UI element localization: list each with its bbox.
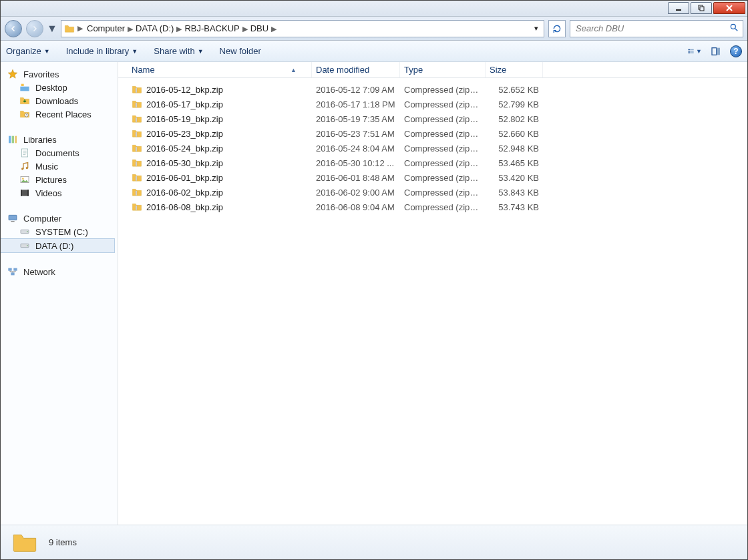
file-size: 53.743 KB [486, 202, 543, 212]
history-dropdown[interactable]: ▼ [47, 23, 57, 35]
drive-icon [19, 240, 31, 251]
share-with-menu[interactable]: Share with▼ [154, 46, 203, 56]
navigation-pane[interactable]: FavoritesDesktopDownloadsRecent PlacesLi… [1, 62, 118, 525]
column-headers: Name▲ Date modified Type Size [118, 62, 747, 78]
file-type: Compressed (zipp... [400, 85, 486, 95]
file-name: 2016-05-23_bkp.zip [146, 129, 223, 139]
desktop-icon [19, 82, 31, 93]
address-bar[interactable]: ▶ Computer▶DATA (D:)▶RBJ-BACKUP▶DBU▶ ▾ [61, 20, 544, 37]
chevron-right-icon[interactable]: ▶ [128, 25, 133, 33]
nav-item[interactable]: Recent Places [1, 107, 118, 121]
file-size: 53.465 KB [486, 158, 543, 168]
nav-item[interactable]: Videos [1, 186, 118, 200]
nav-item-label: Pictures [35, 175, 67, 185]
nav-group-label: Network [23, 267, 55, 277]
column-name[interactable]: Name▲ [128, 62, 312, 77]
column-date[interactable]: Date modified [312, 62, 400, 77]
libraries-icon [7, 134, 19, 145]
sort-ascending-icon: ▲ [291, 67, 307, 73]
nav-group-network[interactable]: Network [1, 265, 118, 278]
minimize-button[interactable] [668, 2, 689, 14]
file-row[interactable]: 2016-05-30_bkp.zip2016-05-30 10:12 ...Co… [128, 156, 747, 170]
refresh-button[interactable] [548, 20, 566, 37]
nav-group-favorites[interactable]: Favorites [1, 67, 118, 81]
nav-item[interactable]: Documents [1, 146, 118, 160]
file-type: Compressed (zipp... [400, 202, 486, 212]
nav-item-label: Recent Places [35, 109, 91, 119]
file-size: 52.660 KB [486, 129, 543, 139]
column-type[interactable]: Type [400, 62, 486, 77]
file-name: 2016-05-24_bkp.zip [146, 144, 223, 154]
breadcrumb-item[interactable]: DATA (D:) [133, 23, 176, 33]
zip-icon [132, 202, 142, 212]
folder-icon [64, 23, 76, 34]
view-options-button[interactable]: ▼ [687, 45, 702, 57]
column-size[interactable]: Size [486, 62, 543, 77]
file-row[interactable]: 2016-06-08_bkp.zip2016-06-08 9:04 AMComp… [128, 200, 747, 214]
nav-group-label: Libraries [23, 135, 57, 145]
close-button[interactable] [713, 2, 745, 14]
nav-bar: ▼ ▶ Computer▶DATA (D:)▶RBJ-BACKUP▶DBU▶ ▾ [1, 17, 747, 41]
address-dropdown[interactable]: ▾ [532, 24, 541, 33]
file-name: 2016-05-19_bkp.zip [146, 114, 223, 124]
file-type: Compressed (zipp... [400, 188, 486, 198]
nav-item[interactable]: Desktop [1, 81, 118, 94]
star-icon [7, 69, 19, 79]
file-size: 53.420 KB [486, 173, 543, 183]
chevron-right-icon[interactable]: ▶ [77, 24, 83, 33]
breadcrumb-item[interactable]: Computer [84, 23, 128, 33]
nav-item[interactable]: Music [1, 160, 118, 173]
chevron-right-icon[interactable]: ▶ [242, 25, 248, 33]
nav-item[interactable]: DATA (D:) [1, 238, 115, 253]
zip-icon [132, 158, 142, 168]
file-size: 52.799 KB [486, 99, 543, 109]
search-icon[interactable] [729, 23, 739, 35]
file-row[interactable]: 2016-05-19_bkp.zip2016-05-19 7:35 AMComp… [128, 111, 747, 126]
nav-item[interactable]: SYSTEM (C:) [1, 225, 118, 238]
new-folder-button[interactable]: New folder [220, 46, 261, 56]
file-name: 2016-05-17_bkp.zip [146, 99, 223, 109]
file-date: 2016-05-23 7:51 AM [312, 129, 400, 139]
file-name: 2016-05-12_bkp.zip [146, 85, 223, 95]
file-date: 2016-06-01 8:48 AM [312, 173, 400, 183]
file-type: Compressed (zipp... [400, 173, 486, 183]
file-type: Compressed (zipp... [400, 144, 486, 154]
back-button[interactable] [5, 20, 22, 37]
organize-menu[interactable]: Organize▼ [6, 46, 50, 56]
window-titlebar [1, 1, 747, 17]
file-row[interactable]: 2016-05-12_bkp.zip2016-05-12 7:09 AMComp… [128, 82, 747, 97]
nav-item-label: Desktop [35, 83, 67, 93]
file-row[interactable]: 2016-05-24_bkp.zip2016-05-24 8:04 AMComp… [128, 141, 747, 156]
nav-item-label: Music [35, 162, 58, 172]
nav-group-libraries[interactable]: Libraries [1, 133, 118, 146]
nav-item[interactable]: Downloads [1, 94, 118, 107]
search-box[interactable] [570, 20, 743, 37]
search-input[interactable] [574, 23, 725, 34]
nav-group-computer[interactable]: Computer [1, 212, 118, 225]
maximize-button[interactable] [691, 2, 712, 14]
help-button[interactable]: ? [730, 45, 742, 57]
pic-icon [19, 174, 31, 185]
file-name: 2016-06-08_bkp.zip [146, 202, 223, 212]
breadcrumb-item[interactable]: DBU [248, 23, 271, 33]
file-size: 52.652 KB [486, 85, 543, 95]
forward-button[interactable] [26, 20, 43, 37]
file-row[interactable]: 2016-06-02_bkp.zip2016-06-02 9:00 AMComp… [128, 185, 747, 200]
nav-group-label: Favorites [23, 69, 59, 79]
nav-item[interactable]: Pictures [1, 173, 118, 186]
preview-pane-button[interactable] [709, 45, 723, 57]
file-row[interactable]: 2016-05-23_bkp.zip2016-05-23 7:51 AMComp… [128, 126, 747, 141]
file-row[interactable]: 2016-06-01_bkp.zip2016-06-01 8:48 AMComp… [128, 170, 747, 185]
explorer-body: FavoritesDesktopDownloadsRecent PlacesLi… [1, 62, 747, 525]
explorer-window: ▼ ▶ Computer▶DATA (D:)▶RBJ-BACKUP▶DBU▶ ▾… [0, 0, 748, 560]
zip-icon [132, 113, 142, 124]
zip-icon [132, 84, 142, 95]
file-list[interactable]: 2016-05-12_bkp.zip2016-05-12 7:09 AMComp… [118, 78, 747, 525]
file-row[interactable]: 2016-05-17_bkp.zip2016-05-17 1:18 PMComp… [128, 97, 747, 111]
include-in-library-menu[interactable]: Include in library▼ [66, 46, 138, 56]
music-icon [19, 161, 31, 172]
file-date: 2016-06-08 9:04 AM [312, 202, 400, 212]
chevron-right-icon[interactable]: ▶ [271, 25, 276, 33]
file-type: Compressed (zipp... [400, 99, 486, 109]
breadcrumb-item[interactable]: RBJ-BACKUP [182, 23, 242, 33]
